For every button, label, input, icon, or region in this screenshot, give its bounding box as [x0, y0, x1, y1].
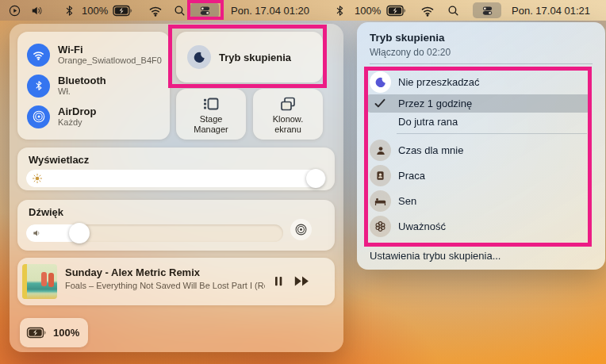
control-center-icon — [481, 5, 494, 17]
connectivity-card: Wi-Fi Orange_Swiatlowod_B4F0 Bluetooth W… — [17, 32, 170, 140]
dnd-label: Nie przeszkadzać — [398, 76, 480, 88]
bluetooth-toggle[interactable]: Bluetooth Wł. — [27, 71, 106, 101]
one-hour-label: Przez 1 godzinę — [398, 94, 472, 113]
moon-icon — [187, 45, 211, 69]
sleep-label: Sen — [398, 195, 416, 207]
airdrop-label: AirDrop — [58, 106, 96, 117]
sound-output-button[interactable] — [290, 219, 312, 240]
battery-status-pill[interactable]: 100% — [20, 318, 88, 347]
pause-icon — [273, 274, 285, 288]
screen-mirroring-icon — [253, 94, 323, 113]
bluetooth-icon[interactable] — [63, 0, 75, 21]
divider — [397, 133, 587, 134]
volume-slider[interactable] — [26, 224, 283, 242]
check-icon — [374, 98, 386, 109]
wifi-icon — [27, 44, 50, 67]
volume-icon[interactable] — [30, 0, 45, 21]
wifi-network-name: Orange_Swiatlowod_B4F0 — [58, 56, 162, 66]
stage-manager-button[interactable]: Stage Manager — [176, 89, 246, 140]
now-playing-card[interactable]: Sunday - Alex Metric Remix Foals – Every… — [17, 258, 335, 305]
bed-icon — [370, 190, 391, 212]
search-icon[interactable] — [173, 0, 186, 21]
stage-manager-icon — [176, 94, 246, 113]
menu-item-dnd[interactable]: Nie przeszkadzać — [357, 69, 605, 95]
track-title: Sunday - Alex Metric Remix — [65, 266, 265, 278]
focus-panel-status: Włączony do 02:20 — [370, 47, 451, 58]
search-icon[interactable] — [447, 0, 460, 21]
wifi-label: Wi-Fi — [58, 44, 162, 56]
bluetooth-icon[interactable] — [334, 0, 346, 21]
speaker-icon — [32, 228, 43, 239]
focus-button-label: Tryb skupienia — [219, 52, 291, 63]
battery-charging-icon[interactable] — [113, 0, 134, 21]
fast-forward-icon — [293, 275, 311, 287]
pause-button[interactable] — [273, 274, 285, 291]
control-center-button-active[interactable] — [190, 2, 219, 18]
control-center-button-active[interactable] — [473, 2, 501, 18]
menu-item-work[interactable]: Praca — [357, 163, 605, 189]
wifi-icon[interactable] — [420, 0, 435, 21]
badge-icon — [370, 165, 391, 186]
menu-item-sleep[interactable]: Sen — [357, 188, 605, 214]
menu-item-personal-time[interactable]: Czas dla mnie — [357, 137, 605, 163]
brightness-slider[interactable] — [26, 170, 326, 187]
brightness-slider-knob[interactable] — [306, 169, 325, 188]
menubar-clock[interactable]: Pon. 17.04 01:21 — [512, 0, 590, 21]
control-center-icon — [198, 5, 212, 17]
screen-mirroring-button[interactable]: Klonow. ekranu — [253, 89, 323, 140]
screen: 100% Pon. 17.04 01:20 100% — [0, 0, 606, 364]
track-artist-album: Foals – Everything Not Saved Will Be Los… — [65, 281, 265, 290]
battery-pill-label: 100% — [53, 327, 79, 339]
battery-percent-label: 100% — [355, 0, 381, 21]
divider — [370, 63, 593, 64]
display-card: Wyświetlacz — [17, 148, 335, 190]
album-art — [22, 264, 57, 299]
display-label: Wyświetlacz — [29, 154, 89, 166]
focus-mode-panel: Tryb skupienia Włączony do 02:20 Nie prz… — [357, 22, 605, 270]
airplay-audio-icon — [294, 223, 308, 236]
bluetooth-status: Wł. — [58, 86, 106, 97]
menu-bar: 100% Pon. 17.04 01:20 100% — [0, 0, 606, 21]
battery-charging-icon — [26, 327, 48, 339]
sound-label: Dźwięk — [29, 206, 63, 218]
focus-settings-link[interactable]: Ustawienia trybu skupienia... — [370, 250, 501, 262]
until-morning-label: Do jutra rana — [398, 116, 458, 128]
flower-icon — [370, 216, 391, 237]
menu-item-mindfulness[interactable]: Uważność — [357, 213, 605, 239]
control-center-panel: Wi-Fi Orange_Swiatlowod_B4F0 Bluetooth W… — [10, 24, 343, 352]
focus-mode-button[interactable]: Tryb skupienia — [176, 32, 323, 82]
menubar-clock[interactable]: Pon. 17.04 01:20 — [231, 0, 309, 21]
play-circle-icon[interactable] — [8, 0, 21, 21]
wifi-toggle[interactable]: Wi-Fi Orange_Swiatlowod_B4F0 — [27, 40, 162, 70]
mindfulness-label: Uważność — [398, 220, 446, 232]
sun-icon — [32, 173, 43, 184]
airdrop-icon — [27, 105, 50, 128]
moon-purple-icon — [370, 71, 391, 93]
bluetooth-icon — [27, 75, 50, 98]
wifi-icon[interactable] — [148, 0, 163, 21]
volume-slider-knob[interactable] — [69, 223, 90, 243]
sound-card: Dźwięk — [17, 200, 335, 251]
focus-panel-title: Tryb skupienia — [370, 32, 445, 44]
bluetooth-label: Bluetooth — [58, 75, 106, 86]
work-label: Praca — [398, 170, 425, 182]
person-icon — [370, 140, 391, 161]
personal-time-label: Czas dla mnie — [398, 144, 463, 156]
airdrop-status: Każdy — [58, 117, 96, 128]
airdrop-toggle[interactable]: AirDrop Każdy — [27, 102, 96, 132]
menu-item-one-hour-selected[interactable]: Przez 1 godzinę — [366, 94, 591, 113]
next-track-button[interactable] — [293, 275, 311, 290]
menu-item-until-morning[interactable]: Do jutra rana — [357, 111, 605, 132]
screen-mirroring-label: Klonow. ekranu — [265, 114, 311, 134]
stage-manager-label: Stage Manager — [187, 114, 235, 134]
battery-percent-label: 100% — [82, 0, 108, 21]
battery-charging-icon[interactable] — [386, 0, 408, 21]
